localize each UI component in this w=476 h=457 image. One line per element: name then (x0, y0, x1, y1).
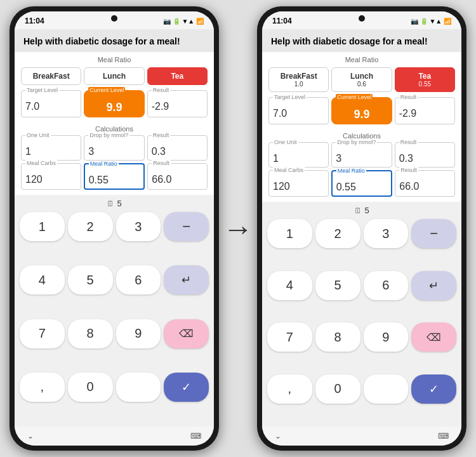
meal-carbs-1[interactable]: Meal Carbs 120 (21, 163, 81, 190)
tea-btn-2[interactable]: Tea 0.55 (395, 67, 455, 92)
one-unit-label-1: One Unit (25, 132, 51, 138)
keyboard-grid-1: 1 2 3 − 4 5 6 ↵ 7 8 9 ⌫ , 0 (20, 212, 209, 423)
key-minus-1[interactable]: − (164, 212, 209, 241)
drop-by-label-1: Drop by mmol? (88, 132, 129, 138)
current-level-2[interactable]: Current Level 9.9 (331, 97, 392, 124)
key-6-1[interactable]: 6 (116, 265, 161, 295)
key-2-2[interactable]: 2 (315, 219, 360, 248)
key-2-1[interactable]: 2 (68, 212, 113, 241)
result-value-1: -2.9 (152, 101, 203, 112)
calc-row2-2: Meal Carbs 120 Meal Ratio 0.55 Result 66… (268, 170, 455, 197)
drop-by-1[interactable]: Drop by mmol? 3 (84, 135, 144, 161)
target-level-label-1: Target Level (25, 87, 59, 93)
key-empty-2 (364, 374, 409, 404)
key-8-1[interactable]: 8 (68, 319, 113, 348)
key-5-2[interactable]: 5 (315, 271, 360, 300)
calculations-section-2: Calculations One Unit 1 Drop by mmol? 3 … (262, 129, 461, 202)
phone-2-screen: 11:04 📷 🔋 ▼▲ 📶 Help with diabetic dosage… (262, 11, 461, 446)
key-backspace-1[interactable]: ⌫ (164, 319, 209, 348)
nav-back-2[interactable]: ⌄ (275, 432, 281, 440)
key-backspace-2[interactable]: ⌫ (411, 322, 456, 352)
result-label-2: Result (399, 94, 418, 100)
key-empty-1 (116, 373, 161, 402)
nav-back-1[interactable]: ⌄ (27, 432, 34, 440)
tea-btn-1[interactable]: Tea (147, 67, 208, 85)
key-7-2[interactable]: 7 (267, 322, 312, 352)
key-1-1[interactable]: 1 (20, 212, 65, 241)
phone-bottom-1: ⌄ ⌨ (15, 427, 214, 446)
result3-label-2: Result (399, 167, 418, 173)
tea-label-2: Tea (398, 72, 452, 81)
key-9-2[interactable]: 9 (364, 322, 409, 352)
key-8-2[interactable]: 8 (315, 322, 360, 352)
key-9-1[interactable]: 9 (116, 319, 161, 348)
key-0-2[interactable]: 0 (315, 374, 360, 404)
meal-ratio-section-1: Meal Ratio BreakFast Lunch Tea Target Le… (15, 52, 214, 123)
lunch-btn-1[interactable]: Lunch (84, 67, 144, 85)
lunch-label-2: Lunch (334, 72, 388, 81)
app-header-1: Help with diabetic dosage for a meal! (15, 29, 214, 52)
app-content-2: Help with diabetic dosage for a meal! Me… (262, 29, 461, 427)
drop-by-value-1: 3 (88, 146, 140, 157)
key-6-2[interactable]: 6 (364, 271, 409, 300)
one-unit-1[interactable]: One Unit 1 (21, 135, 81, 161)
arrow-right-icon: → (223, 211, 253, 246)
nav-keyboard-1[interactable]: ⌨ (190, 432, 201, 440)
breakfast-label-2: BreakFast (272, 72, 326, 81)
lunch-btn-2[interactable]: Lunch 0.6 (331, 67, 392, 92)
key-enter-1[interactable]: ↵ (164, 265, 209, 295)
key-enter-2[interactable]: ↵ (411, 271, 456, 300)
drop-by-value-2: 3 (336, 153, 387, 164)
key-3-1[interactable]: 3 (116, 212, 161, 241)
status-icons-1: 📷 🔋 ▼▲ 📶 (163, 18, 204, 25)
nav-keyboard-2[interactable]: ⌨ (438, 432, 449, 440)
meal-ratio-input-value-2: 0.55 (336, 182, 388, 193)
one-unit-value-2: 1 (273, 153, 324, 164)
key-check-1[interactable]: ✓ (164, 373, 209, 402)
app-title-2: Help with diabetic dosage for a meal! (271, 36, 428, 46)
status-icons-2: 📷 🔋 ▼▲ 📶 (411, 18, 451, 25)
target-level-value-2: 7.0 (273, 108, 324, 119)
key-minus-2[interactable]: − (411, 219, 456, 248)
breakfast-btn-2[interactable]: BreakFast 1.0 (268, 67, 329, 92)
meal-ratio-input-1[interactable]: Meal Ratio 0.55 (84, 163, 145, 190)
calc-row2-1: Meal Carbs 120 Meal Ratio 0.55 Result 66… (21, 163, 208, 190)
meal-ratio-input-label-1: Meal Ratio (89, 161, 119, 167)
breakfast-btn-1[interactable]: BreakFast (21, 67, 81, 85)
meal-ratio-input-2[interactable]: Meal Ratio 0.55 (331, 170, 393, 197)
meal-carbs-label-1: Meal Carbs (25, 160, 57, 166)
key-4-1[interactable]: 4 (20, 265, 65, 295)
key-1-2[interactable]: 1 (267, 219, 312, 248)
result-field-2: Result -2.9 (395, 97, 455, 124)
result2-label-2: Result (399, 139, 418, 145)
key-0-1[interactable]: 0 (68, 373, 113, 402)
page-container: 11:04 📷 🔋 ▼▲ 📶 Help with diabetic dosage… (0, 0, 476, 457)
key-4-2[interactable]: 4 (267, 271, 312, 300)
keyboard-num-1: 5 (117, 199, 121, 208)
meal-carbs-2[interactable]: Meal Carbs 120 (268, 170, 329, 197)
key-7-1[interactable]: 7 (20, 319, 65, 348)
current-level-1[interactable]: Current Level 9.9 (84, 90, 144, 117)
drop-by-2[interactable]: Drop by mmol? 3 (331, 142, 392, 168)
key-3-2[interactable]: 3 (364, 219, 409, 248)
target-level-2[interactable]: Target Level 7.0 (268, 97, 329, 124)
keyboard-num-2: 5 (364, 206, 369, 215)
key-comma-2[interactable]: , (267, 374, 312, 404)
target-level-1[interactable]: Target Level 7.0 (21, 90, 81, 117)
breakfast-sub-2: 1.0 (272, 81, 326, 88)
target-level-label-2: Target Level (273, 94, 307, 100)
status-time-2: 11:04 (272, 17, 292, 25)
meal-ratio-section-2: Meal Ratio BreakFast 1.0 Lunch 0.6 Tea 0 (262, 52, 461, 129)
result2-field-2: Result 0.3 (395, 142, 455, 168)
key-5-1[interactable]: 5 (68, 265, 113, 295)
current-level-label-1: Current Level (88, 87, 125, 93)
key-check-2[interactable]: ✓ (411, 374, 456, 404)
keyboard-section-1: 🗓 5 1 2 3 − 4 5 6 ↵ 7 8 9 (15, 195, 214, 427)
meal-ratio-input-label-2: Meal Ratio (336, 168, 366, 174)
camera-dot (111, 15, 117, 22)
meal-ratio-buttons-1: BreakFast Lunch Tea (21, 67, 208, 85)
result3-label-1: Result (152, 160, 171, 166)
one-unit-2[interactable]: One Unit 1 (268, 142, 329, 168)
result2-value-1: 0.3 (152, 146, 203, 157)
key-comma-1[interactable]: , (20, 373, 65, 402)
